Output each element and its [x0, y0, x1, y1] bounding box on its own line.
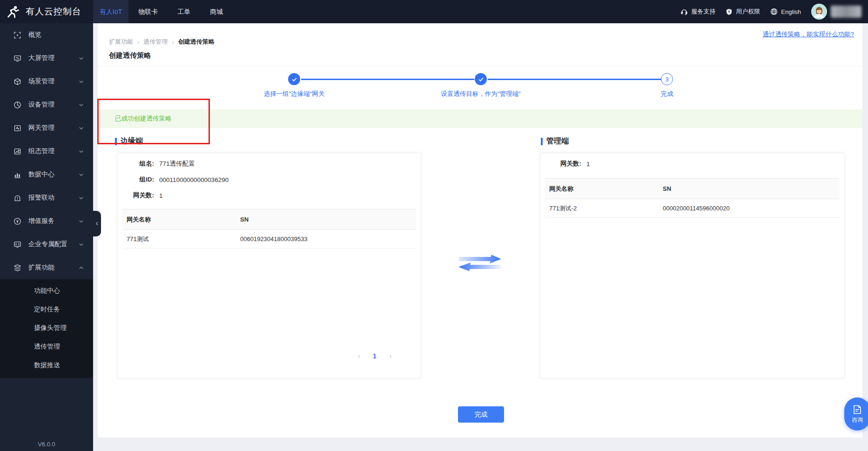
edge-title-text: 边缘端: [121, 136, 143, 146]
alarm-icon: [13, 194, 21, 202]
check-icon: [291, 76, 297, 82]
field-value: 00011000000000036290: [159, 176, 229, 183]
username-blurred: [831, 6, 861, 18]
globe-icon: [770, 8, 778, 15]
language-label: English: [781, 8, 801, 15]
nav-tab-mall[interactable]: 商城: [200, 0, 233, 23]
chevron-down-icon: [79, 102, 84, 108]
success-message: 已成功创建透传策略: [98, 109, 862, 128]
pagination-page-1[interactable]: 1: [369, 352, 381, 360]
account-area[interactable]: [811, 4, 861, 20]
field-label: 网关数:: [540, 160, 581, 168]
field-value: 1: [586, 161, 590, 168]
sidebar-label: 设备管理: [28, 101, 54, 109]
support-label: 服务支持: [691, 7, 715, 16]
permissions-label: 用户权限: [736, 7, 760, 16]
cell-sn: 00601923041800039533: [240, 236, 416, 242]
brand-title: 有人云控制台: [26, 6, 81, 18]
document-icon: [852, 404, 862, 415]
pagination-prev-button[interactable]: ‹: [353, 352, 365, 360]
chat-consult-button[interactable]: 咨询: [844, 397, 868, 431]
stepper-connector: [301, 79, 474, 80]
sidebar-item-enterprise[interactable]: 企业专属配置: [0, 233, 93, 256]
submenu-item-camera-management[interactable]: 摄像头管理: [0, 318, 93, 337]
device-icon: [13, 101, 21, 109]
table-row: 771测试-2 00002000114596000020: [545, 199, 840, 218]
sidebar-item-scene[interactable]: 场景管理: [0, 70, 93, 93]
stepper-connector: [488, 79, 661, 80]
sidebar-label: 概览: [28, 31, 41, 39]
field-value: 1: [159, 192, 163, 199]
breadcrumb-passthrough[interactable]: 透传管理: [143, 38, 168, 46]
chevron-down-icon: [79, 195, 84, 201]
nav-tab-workorder[interactable]: 工单: [168, 0, 200, 23]
value-icon: [13, 217, 21, 225]
breadcrumb-current: 创建透传策略: [178, 38, 215, 46]
sidebar-item-scada[interactable]: 组态管理: [0, 140, 93, 163]
col-sn: SN: [663, 185, 840, 192]
breadcrumb: 扩展功能 › 透传管理 › 创建透传策略: [109, 38, 215, 46]
extension-submenu: 功能中心 定时任务 摄像头管理 透传管理 数据推送: [0, 279, 93, 378]
sidebar-item-device[interactable]: 设备管理: [0, 93, 93, 116]
breadcrumb-separator: ›: [137, 39, 139, 46]
step-3-circle: 3: [661, 73, 673, 85]
sidebar-item-alarm[interactable]: 报警联动: [0, 186, 93, 209]
page: 有人云控制台 有人IoT 物联卡 工单 商城 服务支持: [0, 0, 868, 451]
permissions-link[interactable]: 用户权限: [726, 7, 760, 16]
nav-tab-sim[interactable]: 物联卡: [128, 0, 168, 23]
pagination: ‹ 1 ›: [353, 352, 397, 360]
transfer-arrows-icon: [458, 254, 502, 274]
sidebar-item-datacenter[interactable]: 数据中心: [0, 163, 93, 186]
cell-gateway-name: 771测试-2: [545, 204, 663, 213]
scada-icon: [13, 147, 21, 155]
sidebar-item-bigscreen[interactable]: 大屏管理: [0, 47, 93, 70]
title-accent-bar: [541, 138, 543, 145]
chevron-down-icon: [79, 79, 84, 84]
field-label: 组名:: [118, 160, 154, 168]
edge-gateway-table: 网关名称 SN 771测试 00601923041800039533: [122, 209, 416, 249]
overview-icon: [13, 31, 21, 39]
sidebar-item-valueadded[interactable]: 增值服务: [0, 209, 93, 233]
sidebar-collapse-handle[interactable]: [93, 211, 101, 236]
bigscreen-icon: [13, 54, 21, 62]
language-switch[interactable]: English: [770, 8, 801, 15]
field-group-id: 组ID: 00011000000000036290: [118, 172, 421, 188]
submenu-item-passthrough-management[interactable]: 透传管理: [0, 337, 93, 356]
sidebar-label: 报警联动: [28, 194, 54, 202]
datacenter-icon: [13, 170, 21, 179]
chat-label: 咨询: [852, 416, 863, 424]
support-link[interactable]: 服务支持: [680, 7, 715, 16]
panel-header: 扩展功能 › 透传管理 › 创建透传策略 通过透传策略，能实现什么功能? 创建透…: [98, 23, 862, 67]
chevron-up-icon: [79, 265, 84, 270]
brand: 有人云控制台: [0, 5, 93, 19]
sidebar-label: 网关管理: [28, 124, 54, 132]
field-gateway-count: 网关数: 1: [540, 156, 844, 172]
col-gateway-name: 网关名称: [545, 185, 663, 193]
title-accent-bar: [115, 138, 117, 145]
sidebar: 概览 大屏管理 场景管理: [0, 23, 93, 451]
sidebar-label: 扩展功能: [28, 263, 54, 272]
finish-button[interactable]: 完成: [458, 406, 504, 423]
pagination-next-button[interactable]: ›: [384, 352, 397, 360]
breadcrumb-extension[interactable]: 扩展功能: [109, 38, 133, 46]
step-number: 3: [665, 76, 668, 83]
avatar[interactable]: [811, 4, 827, 20]
submenu-item-scheduled-tasks[interactable]: 定时任务: [0, 300, 93, 318]
nav-tab-iot[interactable]: 有人IoT: [93, 0, 128, 23]
chevron-down-icon: [79, 149, 84, 154]
sidebar-item-overview[interactable]: 概览: [0, 23, 93, 47]
usr-logo-icon: [6, 5, 20, 19]
chevron-down-icon: [79, 56, 84, 61]
field-gateway-count: 网关数: 1: [118, 188, 421, 203]
step-1-circle: [288, 73, 300, 85]
manage-fields: 网关数: 1: [540, 153, 844, 172]
field-value: 771透传配置: [159, 160, 195, 168]
help-link[interactable]: 通过透传策略，能实现什么功能?: [762, 30, 854, 39]
step-2-circle: [475, 73, 487, 85]
submenu-item-data-push[interactable]: 数据推送: [0, 356, 93, 374]
edge-section-title: 边缘端: [115, 136, 143, 146]
sidebar-item-gateway[interactable]: 网关管理: [0, 116, 93, 140]
version-label: V6.0.0: [0, 441, 93, 448]
sidebar-item-extension[interactable]: 扩展功能: [0, 256, 93, 279]
submenu-item-function-center[interactable]: 功能中心: [0, 281, 93, 300]
